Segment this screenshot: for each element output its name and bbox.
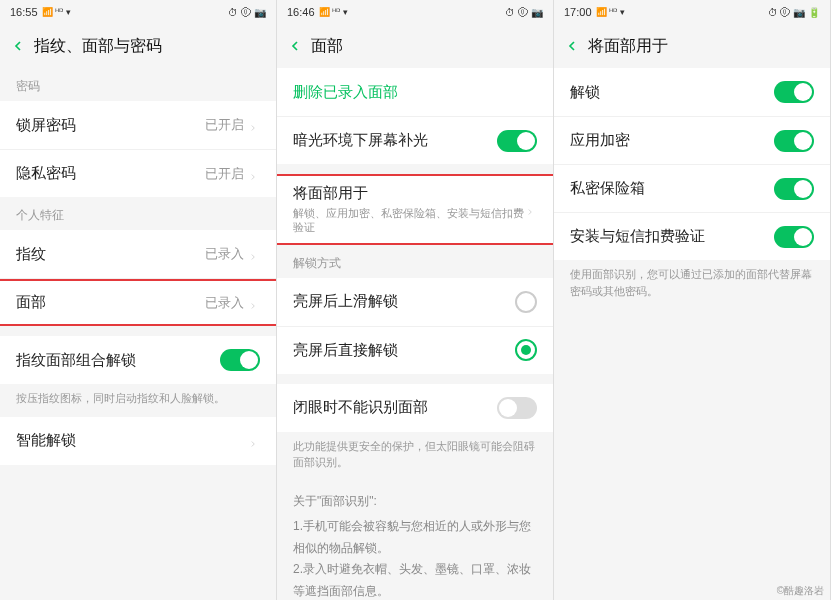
row-sublabel: 解锁、应用加密、私密保险箱、安装与短信扣费验证 bbox=[293, 206, 525, 235]
spacer bbox=[277, 164, 553, 174]
row-label: 解锁 bbox=[570, 83, 774, 102]
info-title: 关于"面部识别": bbox=[293, 491, 537, 513]
settings-row[interactable]: 隐私密码 已开启 bbox=[0, 149, 276, 197]
watermark: ©酷趣洛岩 bbox=[777, 584, 824, 598]
row-label: 暗光环境下屏幕补光 bbox=[293, 131, 497, 150]
header: 面部 bbox=[277, 24, 553, 68]
status-signal: 📶 ᴴᴰ ▾ bbox=[42, 7, 71, 17]
info-line: 1.手机可能会被容貌与您相近的人或外形与您相似的物品解锁。 bbox=[293, 516, 537, 559]
toggle-switch[interactable] bbox=[774, 178, 814, 200]
row-label: 隐私密码 bbox=[16, 164, 205, 183]
chevron-right-icon bbox=[248, 297, 260, 309]
settings-row[interactable]: 面部 已录入 bbox=[0, 278, 276, 326]
action-row[interactable]: 删除已录入面部 bbox=[277, 68, 553, 116]
back-icon[interactable] bbox=[285, 36, 305, 56]
row-label: 亮屏后上滑解锁 bbox=[293, 292, 515, 311]
header: 将面部用于 bbox=[554, 24, 830, 68]
toggle-row: 解锁 bbox=[554, 68, 830, 116]
toggle-row: 暗光环境下屏幕补光 bbox=[277, 116, 553, 164]
status-bar: 16:55 📶 ᴴᴰ ▾ ⏱ ⓪ 📷 bbox=[0, 0, 276, 24]
info-line: 2.录入时避免衣帽、头发、墨镜、口罩、浓妆等遮挡面部信息。 bbox=[293, 559, 537, 600]
hint-text: 按压指纹图标，同时启动指纹和人脸解锁。 bbox=[0, 384, 276, 417]
toggle-switch[interactable] bbox=[774, 130, 814, 152]
settings-row[interactable]: 将面部用于 解锁、应用加密、私密保险箱、安装与短信扣费验证 bbox=[277, 174, 553, 245]
row-label: 应用加密 bbox=[570, 131, 774, 150]
row-label: 闭眼时不能识别面部 bbox=[293, 398, 497, 417]
status-bar: 17:00 📶 ᴴᴰ ▾ ⏱ ⓪ 📷 🔋 bbox=[554, 0, 830, 24]
section-header: 解锁方式 bbox=[277, 245, 553, 278]
row-value: 已开启 bbox=[205, 116, 244, 134]
toggle-switch[interactable] bbox=[220, 349, 260, 371]
status-time: 16:46 bbox=[287, 6, 315, 18]
toggle-row: 私密保险箱 bbox=[554, 164, 830, 212]
spacer bbox=[0, 326, 276, 336]
chevron-right-icon bbox=[248, 168, 260, 180]
section-header: 个人特征 bbox=[0, 197, 276, 230]
toggle-row: 闭眼时不能识别面部 bbox=[277, 384, 553, 432]
row-value: 已录入 bbox=[205, 245, 244, 263]
row-label: 智能解锁 bbox=[16, 431, 244, 450]
status-signal: 📶 ᴴᴰ ▾ bbox=[319, 7, 348, 17]
chevron-right-icon bbox=[525, 203, 537, 215]
content-area: 密码 锁屏密码 已开启 隐私密码 已开启 个人特征 指纹 已录入 面部 已录入 … bbox=[0, 68, 276, 600]
header-title: 指纹、面部与密码 bbox=[34, 36, 162, 57]
settings-row[interactable]: 智能解锁 bbox=[0, 417, 276, 465]
status-bar: 16:46 📶 ᴴᴰ ▾ ⏱ ⓪ 📷 bbox=[277, 0, 553, 24]
chevron-right-icon bbox=[248, 119, 260, 131]
row-label: 面部 bbox=[16, 293, 205, 312]
row-label: 指纹 bbox=[16, 245, 205, 264]
back-icon[interactable] bbox=[562, 36, 582, 56]
row-label: 删除已录入面部 bbox=[293, 83, 537, 102]
row-value: 已录入 bbox=[205, 294, 244, 312]
radio-button[interactable] bbox=[515, 291, 537, 313]
status-icons: ⏱ ⓪ 📷 🔋 bbox=[768, 7, 820, 18]
toggle-row: 安装与短信扣费验证 bbox=[554, 212, 830, 260]
row-label: 指纹面部组合解锁 bbox=[16, 351, 220, 370]
row-label: 私密保险箱 bbox=[570, 179, 774, 198]
radio-button[interactable] bbox=[515, 339, 537, 361]
toggle-row: 应用加密 bbox=[554, 116, 830, 164]
settings-row[interactable]: 锁屏密码 已开启 bbox=[0, 101, 276, 149]
radio-row[interactable]: 亮屏后上滑解锁 bbox=[277, 278, 553, 326]
status-icons: ⏱ ⓪ 📷 bbox=[505, 7, 543, 18]
spacer bbox=[277, 374, 553, 384]
row-label: 安装与短信扣费验证 bbox=[570, 227, 774, 246]
phone-screen-1: 16:55 📶 ᴴᴰ ▾ ⏱ ⓪ 📷 指纹、面部与密码 密码 锁屏密码 已开启 … bbox=[0, 0, 277, 600]
back-icon[interactable] bbox=[8, 36, 28, 56]
radio-row[interactable]: 亮屏后直接解锁 bbox=[277, 326, 553, 374]
row-value: 已开启 bbox=[205, 165, 244, 183]
status-time: 16:55 bbox=[10, 6, 38, 18]
row-label: 锁屏密码 bbox=[16, 116, 205, 135]
section-header: 密码 bbox=[0, 68, 276, 101]
status-icons: ⏱ ⓪ 📷 bbox=[228, 7, 266, 18]
toggle-switch[interactable] bbox=[497, 130, 537, 152]
status-time: 17:00 bbox=[564, 6, 592, 18]
toggle-row: 指纹面部组合解锁 bbox=[0, 336, 276, 384]
row-label: 亮屏后直接解锁 bbox=[293, 341, 515, 360]
chevron-right-icon bbox=[248, 248, 260, 260]
status-signal: 📶 ᴴᴰ ▾ bbox=[596, 7, 625, 17]
info-block: 关于"面部识别":1.手机可能会被容貌与您相近的人或外形与您相似的物品解锁。2.… bbox=[277, 481, 553, 600]
toggle-switch[interactable] bbox=[774, 81, 814, 103]
settings-row[interactable]: 指纹 已录入 bbox=[0, 230, 276, 278]
toggle-switch[interactable] bbox=[497, 397, 537, 419]
content-area: 删除已录入面部 暗光环境下屏幕补光 将面部用于 解锁、应用加密、私密保险箱、安装… bbox=[277, 68, 553, 600]
chevron-right-icon bbox=[248, 435, 260, 447]
header-title: 将面部用于 bbox=[588, 36, 668, 57]
header: 指纹、面部与密码 bbox=[0, 24, 276, 68]
hint-text: 使用面部识别，您可以通过已添加的面部代替屏幕密码或其他密码。 bbox=[554, 260, 830, 309]
hint-text: 此功能提供更安全的保护，但太阳眼镜可能会阻碍面部识别。 bbox=[277, 432, 553, 481]
content-area: 解锁 应用加密 私密保险箱 安装与短信扣费验证 使用面部识别，您可以通过已添加的… bbox=[554, 68, 830, 600]
phone-screen-3: 17:00 📶 ᴴᴰ ▾ ⏱ ⓪ 📷 🔋 将面部用于 解锁 应用加密 私密保险箱… bbox=[554, 0, 831, 600]
header-title: 面部 bbox=[311, 36, 343, 57]
phone-screen-2: 16:46 📶 ᴴᴰ ▾ ⏱ ⓪ 📷 面部 删除已录入面部 暗光环境下屏幕补光 … bbox=[277, 0, 554, 600]
row-label: 将面部用于 bbox=[293, 184, 525, 203]
toggle-switch[interactable] bbox=[774, 226, 814, 248]
